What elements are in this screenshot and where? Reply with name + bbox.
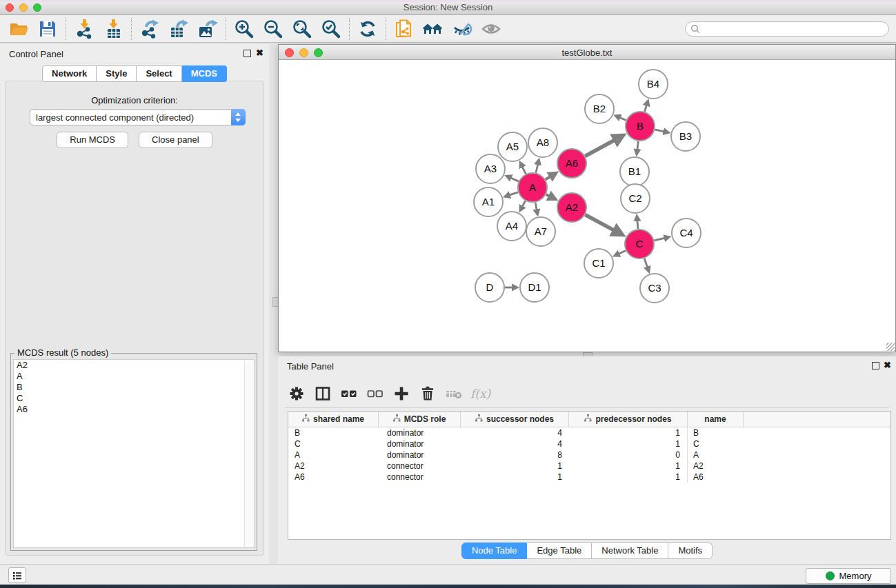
- first-neighbors-icon[interactable]: [419, 16, 448, 42]
- import-table-icon[interactable]: [99, 16, 128, 42]
- mcds-result-item[interactable]: A: [14, 371, 254, 382]
- column-header-successor-nodes[interactable]: successor nodes: [461, 412, 569, 427]
- node-C[interactable]: C: [625, 230, 654, 258]
- close-panel-button[interactable]: Close panel: [139, 132, 212, 148]
- node-A4[interactable]: A4: [497, 212, 526, 241]
- mcds-result-item[interactable]: A2: [14, 360, 254, 371]
- table-row[interactable]: Cdominator41C: [288, 438, 890, 449]
- open-session-icon[interactable]: [4, 16, 33, 42]
- delete-row-icon[interactable]: [416, 382, 439, 405]
- run-mcds-button[interactable]: Run MCDS: [57, 132, 128, 148]
- node-A7[interactable]: A7: [526, 217, 555, 246]
- node-B[interactable]: B: [626, 112, 655, 141]
- memory-button[interactable]: Memory: [806, 568, 891, 584]
- column-header-name[interactable]: name: [688, 412, 744, 427]
- node-C1[interactable]: C1: [584, 249, 613, 278]
- network-canvas[interactable]: AA1A2A3A4A5A6A7A8BB1B2B3B4CC1C2C3C4DD1: [279, 60, 895, 352]
- table-row[interactable]: A6connector11A6: [288, 472, 890, 483]
- tab-mcds[interactable]: MCDS: [182, 65, 227, 82]
- node-B3[interactable]: B3: [671, 122, 700, 151]
- window-resize-grip[interactable]: [886, 343, 895, 351]
- edge-A6-B[interactable]: [585, 139, 615, 156]
- edge-C-C2[interactable]: [637, 220, 638, 229]
- new-network-from-selection-icon[interactable]: [390, 16, 419, 42]
- node-A3[interactable]: A3: [476, 154, 505, 183]
- column-header-mcds-role[interactable]: MCDS role: [379, 412, 461, 427]
- float-panel-icon[interactable]: [872, 362, 879, 369]
- edge-B-B1[interactable]: [637, 141, 639, 150]
- column-header-shared-name[interactable]: shared name: [288, 412, 379, 427]
- show-all-icon[interactable]: [477, 16, 506, 42]
- tab-motifs[interactable]: Motifs: [668, 543, 713, 559]
- zoom-selected-icon[interactable]: [317, 16, 346, 42]
- network-window-titlebar[interactable]: testGlobe.txt: [279, 45, 895, 60]
- edge-A-A5[interactable]: [522, 166, 526, 174]
- table-settings-icon[interactable]: [285, 382, 308, 405]
- export-image-icon[interactable]: [193, 16, 222, 42]
- node-A[interactable]: A: [518, 173, 547, 202]
- node-A2[interactable]: A2: [557, 193, 586, 222]
- tab-edge-table[interactable]: Edge Table: [527, 543, 592, 559]
- optimization-criterion-select[interactable]: largest connected component (directed): [30, 109, 246, 125]
- edge-C-C4[interactable]: [654, 238, 665, 241]
- export-network-icon[interactable]: [135, 16, 164, 42]
- mcds-result-item[interactable]: C: [14, 393, 254, 404]
- edge-A2-C[interactable]: [585, 214, 615, 230]
- import-network-icon[interactable]: [70, 16, 99, 42]
- table-row[interactable]: Bdominator41B: [288, 427, 890, 438]
- edge-B-B4[interactable]: [645, 105, 647, 112]
- tab-style[interactable]: Style: [97, 65, 137, 82]
- edge-A-A2[interactable]: [546, 194, 550, 196]
- task-history-icon[interactable]: [8, 567, 26, 583]
- mcds-result-item[interactable]: A6: [14, 404, 254, 415]
- zoom-in-icon[interactable]: [230, 16, 259, 42]
- edge-A-A4[interactable]: [522, 201, 526, 207]
- refresh-icon[interactable]: [353, 16, 382, 42]
- node-C4[interactable]: C4: [672, 219, 701, 247]
- save-session-icon[interactable]: [33, 16, 62, 42]
- edge-A-A1[interactable]: [509, 192, 518, 195]
- node-A6[interactable]: A6: [557, 149, 586, 178]
- node-D1[interactable]: D1: [520, 273, 549, 302]
- zoom-out-icon[interactable]: [259, 16, 288, 42]
- search-input[interactable]: [685, 21, 889, 37]
- node-D[interactable]: D: [475, 273, 504, 302]
- edge-A-A3[interactable]: [510, 178, 519, 181]
- mcds-result-list[interactable]: A2ABCA6: [13, 359, 255, 548]
- node-B4[interactable]: B4: [639, 70, 668, 99]
- tab-network[interactable]: Network: [42, 65, 97, 82]
- node-A1[interactable]: A1: [474, 187, 503, 216]
- float-panel-icon[interactable]: [243, 50, 251, 57]
- export-table-icon[interactable]: [164, 16, 193, 42]
- zoom-fit-icon[interactable]: [288, 16, 317, 42]
- hide-selected-icon[interactable]: [448, 16, 477, 42]
- select-all-columns-icon[interactable]: [337, 382, 361, 405]
- edge-C-C1[interactable]: [618, 250, 626, 254]
- mcds-result-item[interactable]: B: [14, 382, 254, 393]
- add-row-icon[interactable]: [390, 382, 413, 405]
- close-panel-icon[interactable]: ✖: [884, 360, 891, 370]
- edge-A-A6[interactable]: [546, 176, 551, 180]
- node-C3[interactable]: C3: [640, 274, 669, 303]
- edge-A-A8[interactable]: [536, 164, 538, 173]
- table-row[interactable]: Adominator80A: [288, 449, 890, 460]
- edge-A-A7[interactable]: [535, 203, 537, 210]
- split-panel-icon[interactable]: [311, 382, 335, 405]
- close-panel-icon[interactable]: ✖: [256, 48, 263, 58]
- tab-network-table[interactable]: Network Table: [592, 543, 668, 559]
- edge-C-C3[interactable]: [644, 258, 648, 267]
- scrollbar[interactable]: [244, 360, 254, 547]
- column-header-predecessor-nodes[interactable]: predecessor nodes: [569, 412, 688, 427]
- node-B2[interactable]: B2: [585, 94, 614, 123]
- edge-B-B3[interactable]: [655, 130, 664, 132]
- node-B1[interactable]: B1: [620, 157, 649, 186]
- tab-node-table[interactable]: Node Table: [461, 543, 528, 559]
- node-A5[interactable]: A5: [498, 132, 527, 161]
- node-C2[interactable]: C2: [621, 184, 650, 213]
- edge-B-B2[interactable]: [619, 117, 626, 120]
- node-A8[interactable]: A8: [528, 128, 557, 157]
- deselect-all-columns-icon[interactable]: [364, 382, 387, 405]
- svg-text:f(x): f(x): [470, 387, 492, 401]
- tab-select[interactable]: Select: [137, 65, 181, 82]
- table-row[interactable]: A2connector11A2: [288, 460, 890, 472]
